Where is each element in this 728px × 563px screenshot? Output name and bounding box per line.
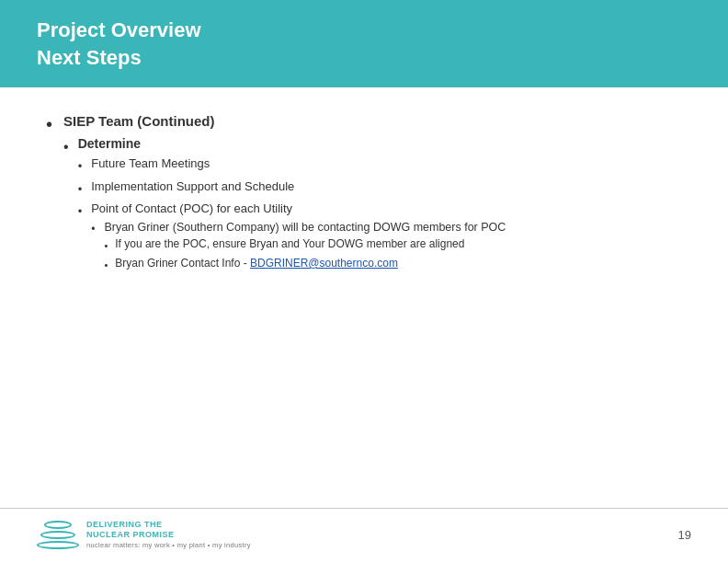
slide-container: Project Overview Next Steps • SIEP Team …	[0, 0, 728, 563]
list-item: • Bryan Griner Contact Info - BDGRINER@s…	[104, 257, 506, 273]
level3-list: • Future Team Meetings • Implementation …	[78, 156, 506, 279]
contact-info-prefix: Bryan Griner Contact Info -	[115, 257, 250, 270]
level3-text-impl: Implementation Support and Schedule	[91, 179, 294, 193]
bullet-l1-icon: •	[46, 111, 52, 137]
bullet-l4-icon: •	[91, 221, 95, 237]
list-item: • Determine • Future Team Meetings	[63, 136, 506, 282]
level1-text: SIEP Team (Continued)	[63, 113, 214, 129]
level2-content: Determine • Future Team Meetings • Imple…	[78, 136, 506, 282]
logo-subtitle: nuclear matters: my work • my plant • my…	[86, 541, 251, 551]
level1-list: • SIEP Team (Continued) • Determine •	[46, 113, 682, 288]
ring-1	[44, 521, 72, 529]
bullet-l3-icon: •	[78, 180, 83, 199]
list-item: • If you are the POC, ensure Bryan and Y…	[104, 237, 506, 254]
email-link[interactable]: BDGRINER@southernco.com	[250, 257, 398, 270]
list-item: • Future Team Meetings	[78, 156, 506, 176]
header-line2: Next Steps	[37, 46, 142, 69]
level4-list: • Bryan Griner (Southern Company) will b…	[91, 220, 506, 275]
header-banner: Project Overview Next Steps	[0, 0, 728, 87]
header-line1: Project Overview	[37, 18, 201, 41]
list-item: • SIEP Team (Continued) • Determine •	[46, 113, 682, 288]
logo-title: DELIVERING THENUCLEAR PROMISE	[86, 520, 251, 541]
bullet-l2-icon: •	[63, 136, 69, 158]
logo-rings	[37, 521, 79, 549]
level3-text-future: Future Team Meetings	[91, 156, 210, 170]
level5-text-poc-aligned: If you are the POC, ensure Bryan and You…	[115, 237, 464, 250]
level1-content: SIEP Team (Continued) • Determine • Futu…	[63, 113, 506, 288]
bullet-l5-icon: •	[104, 258, 108, 273]
logo-text-block: DELIVERING THENUCLEAR PROMISE nuclear ma…	[86, 520, 251, 551]
level2-text: Determine	[78, 136, 141, 151]
level4-content: Bryan Griner (Southern Company) will be …	[104, 220, 506, 275]
level3-text-poc: Point of Contact (POC) for each Utility	[91, 201, 292, 215]
level3-poc-content: Point of Contact (POC) for each Utility …	[91, 201, 506, 279]
bullet-l5-icon: •	[104, 238, 108, 254]
page-number: 19	[678, 528, 691, 542]
bullet-l3-icon: •	[78, 157, 83, 176]
list-item: • Bryan Griner (Southern Company) will b…	[91, 220, 506, 275]
level4-text-bryan: Bryan Griner (Southern Company) will be …	[104, 221, 506, 234]
level5-text-contact-info: Bryan Griner Contact Info - BDGRINER@sou…	[115, 257, 398, 270]
ring-2	[40, 531, 75, 539]
content-area: • SIEP Team (Continued) • Determine •	[0, 87, 728, 508]
footer-logo: DELIVERING THENUCLEAR PROMISE nuclear ma…	[37, 520, 251, 551]
level2-list: • Determine • Future Team Meetings	[63, 136, 506, 282]
list-item: • Point of Contact (POC) for each Utilit…	[78, 201, 506, 279]
header-title: Project Overview Next Steps	[37, 17, 691, 71]
list-item: • Implementation Support and Schedule	[78, 179, 506, 199]
ring-3	[37, 541, 79, 549]
bullet-l3-icon: •	[78, 202, 83, 221]
level5-list: • If you are the POC, ensure Bryan and Y…	[104, 237, 506, 272]
footer: DELIVERING THENUCLEAR PROMISE nuclear ma…	[0, 508, 728, 563]
